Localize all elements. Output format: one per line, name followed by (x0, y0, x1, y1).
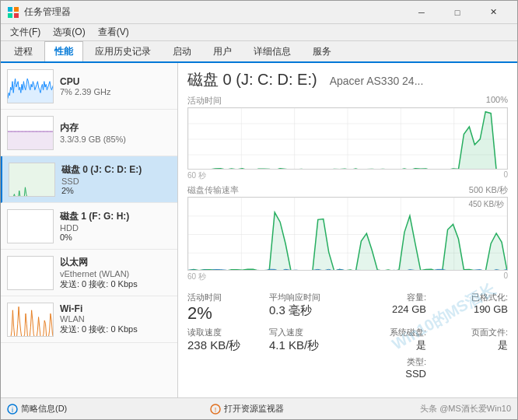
page-file-label: 页面文件: (432, 327, 508, 338)
cpu-sub: 7% 2.39 GHz (60, 87, 171, 96)
close-button[interactable]: ✕ (475, 1, 511, 24)
cpu-info: CPU 7% 2.39 GHz (60, 76, 171, 96)
transfer-time-row: 60 秒 0 (187, 271, 508, 282)
maximize-button[interactable]: □ (439, 1, 475, 24)
memory-info: 内存 3.3/3.9 GB (85%) (60, 121, 171, 144)
sidebar-item-wifi[interactable]: Wi-Fi WLAN 发送: 0 接收: 0 Kbps (1, 296, 177, 343)
active-time-label: 活动时间 (187, 292, 263, 303)
transfer-label-row: 磁盘传输速率 500 KB/秒 (187, 184, 508, 196)
formatted-value: 190 GB (432, 303, 508, 315)
menu-file[interactable]: 文件(F) (4, 24, 47, 40)
transfer-max1: 500 KB/秒 (469, 184, 508, 196)
summary-icon: i (7, 404, 18, 415)
wifi-info: Wi-Fi WLAN 发送: 0 接收: 0 Kbps (60, 303, 171, 335)
page-file-value: 是 (432, 338, 508, 352)
cpu-label: CPU (60, 76, 171, 87)
avg-resp-label: 平均响应时间 (269, 292, 345, 303)
activity-time-right: 0 (503, 170, 508, 181)
stat-page-file: 页面文件: 是 (432, 327, 508, 353)
wifi-sub: WLAN (60, 314, 171, 324)
activity-time-row: 60 秒 0 (187, 170, 508, 181)
disk1-pct: 0% (60, 233, 171, 242)
transfer-time-left: 60 秒 (187, 271, 206, 282)
capacity-label: 容量: (351, 292, 426, 303)
write-value: 4.1 KB/秒 (269, 338, 345, 353)
tab-process[interactable]: 进程 (4, 41, 43, 61)
disk1-sub: HDD (60, 223, 171, 233)
disk1-info: 磁盘 1 (F: G: H:) HDD 0% (60, 210, 171, 242)
minimize-button[interactable]: ─ (404, 1, 439, 24)
sidebar-item-cpu[interactable]: CPU 7% 2.39 GHz (1, 63, 177, 110)
wifi-thumb (7, 303, 54, 337)
stat-sys-disk: 系统磁盘: 是 (351, 327, 426, 353)
stat-active-time: 活动时间 2% (187, 292, 263, 324)
tab-details[interactable]: 详细信息 (243, 41, 301, 61)
memory-label: 内存 (60, 121, 171, 135)
wifi-pct: 发送: 0 接收: 0 Kbps (60, 324, 171, 335)
ethernet-thumb (7, 256, 54, 290)
disk0-sub: SSD (61, 177, 171, 186)
menu-view[interactable]: 查看(V) (92, 24, 135, 40)
disk0-label: 磁盘 0 (J: C: D: E:) (61, 163, 171, 177)
transfer-chart-section: 磁盘传输速率 500 KB/秒 450 KB/秒 60 秒 0 (187, 184, 508, 282)
activity-label-row: 活动时间 100% (187, 95, 508, 107)
wifi-label: Wi-Fi (60, 303, 171, 314)
footer-right: 头条 @MS酒长爱Win10 (420, 403, 511, 415)
stat-read: 读取速度 238 KB/秒 (187, 327, 263, 353)
tab-app-history[interactable]: 应用历史记录 (85, 41, 161, 61)
disk0-info: 磁盘 0 (J: C: D: E:) SSD 2% (61, 163, 171, 195)
read-label: 读取速度 (187, 327, 263, 338)
svg-text:i: i (12, 406, 13, 414)
tabbar: 进程 性能 应用历史记录 启动 用户 详细信息 服务 (1, 41, 517, 63)
window-controls: ─ □ ✕ (404, 1, 511, 24)
stat-avg-resp: 平均响应时间 0.3 毫秒 (269, 292, 345, 324)
ethernet-info: 以太网 vEthernet (WLAN) 发送: 0 接收: 0 Kbps (60, 256, 171, 290)
stat-write: 写入速度 4.1 KB/秒 (269, 327, 345, 353)
open-monitor-button[interactable]: ! 打开资源监视器 (210, 403, 284, 415)
cpu-thumb (7, 69, 54, 103)
transfer-max2: 450 KB/秒 (468, 199, 504, 210)
sidebar-item-disk1[interactable]: 磁盘 1 (F: G: H:) HDD 0% (1, 203, 177, 250)
disk1-thumb (7, 209, 54, 243)
tab-users[interactable]: 用户 (203, 41, 242, 61)
ethernet-pct: 发送: 0 接收: 0 Kbps (60, 278, 171, 290)
memory-sub: 3.3/3.9 GB (85%) (60, 135, 171, 144)
svg-text:!: ! (214, 406, 216, 414)
ethernet-label: 以太网 (60, 256, 171, 269)
svg-rect-3 (14, 13, 19, 18)
menu-options[interactable]: 选项(O) (47, 24, 91, 40)
transfer-label: 磁盘传输速率 (187, 184, 239, 196)
sidebar-item-ethernet[interactable]: 以太网 vEthernet (WLAN) 发送: 0 接收: 0 Kbps (1, 250, 177, 296)
titlebar: 任务管理器 ─ □ ✕ (1, 1, 517, 24)
sys-disk-value: 是 (351, 338, 426, 352)
summary-label: 简略信息(D) (21, 403, 67, 415)
window: 任务管理器 ─ □ ✕ 文件(F) 选项(O) 查看(V) 进程 性能 应用历史… (0, 0, 518, 420)
tab-performance[interactable]: 性能 (44, 41, 83, 61)
menubar: 文件(F) 选项(O) 查看(V) (1, 24, 517, 41)
detail-title: 磁盘 0 (J: C: D: E:) (187, 69, 317, 90)
monitor-icon: ! (210, 404, 221, 415)
activity-label: 活动时间 (187, 95, 222, 107)
sidebar: CPU 7% 2.39 GHz 内存 3.3/3.9 GB (85%) (1, 63, 178, 397)
summary-button[interactable]: i 简略信息(D) (7, 403, 67, 415)
avg-resp-value: 0.3 毫秒 (269, 303, 345, 318)
detail-header: 磁盘 0 (J: C: D: E:) Apacer AS330 24... (187, 69, 508, 90)
tab-startup[interactable]: 启动 (163, 41, 201, 61)
detail-subtitle: Apacer AS330 24... (330, 75, 424, 87)
tab-services[interactable]: 服务 (303, 41, 341, 61)
sidebar-item-disk0[interactable]: 磁盘 0 (J: C: D: E:) SSD 2% (1, 156, 177, 203)
svg-rect-2 (8, 13, 12, 18)
formatted-label: 已格式化: (432, 292, 508, 303)
stat-capacity: 容量: 224 GB (351, 292, 426, 324)
stats-grid: 活动时间 2% 平均响应时间 0.3 毫秒 容量: 224 GB 已格式化: 1… (187, 292, 508, 380)
type-value: SSD (351, 368, 426, 380)
transfer-chart-box: 450 KB/秒 (187, 197, 508, 271)
svg-rect-0 (8, 7, 12, 12)
sidebar-item-memory[interactable]: 内存 3.3/3.9 GB (85%) (1, 110, 177, 156)
disk1-label: 磁盘 1 (F: G: H:) (60, 210, 171, 223)
transfer-time-right: 0 (503, 271, 508, 282)
activity-chart-box (187, 107, 508, 170)
ethernet-sub: vEthernet (WLAN) (60, 269, 171, 278)
stat-type: 类型: SSD (351, 356, 426, 380)
bottombar: i 简略信息(D) ! 打开资源监视器 头条 @MS酒长爱Win10 (1, 397, 517, 419)
